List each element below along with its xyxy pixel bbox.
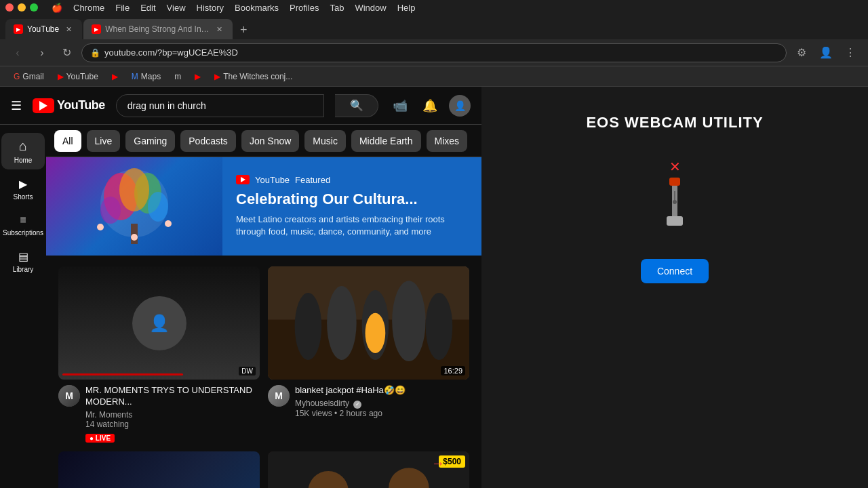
minimize-button[interactable]	[18, 3, 26, 12]
svg-rect-27	[669, 178, 680, 186]
bookmark-maps-label: Maps	[141, 72, 161, 81]
youtube-area: ☰ YouTube drag nun in church 🔍 📹 🔔 👤	[0, 87, 481, 488]
tab-youtube-close[interactable]: ✕	[63, 24, 74, 35]
eos-usb-container: ✕	[654, 159, 695, 232]
tab-menu[interactable]: Tab	[330, 3, 344, 13]
video-camera-icon[interactable]: 📹	[389, 95, 411, 117]
youtube-logo-icon	[33, 98, 54, 113]
chrome-menu[interactable]: Chrome	[73, 3, 104, 13]
youtube-sidebar: ⌂ Home ▶ Shorts ≡ Subscriptions ▤ Librar…	[0, 125, 46, 488]
arrow-icon: →	[431, 455, 445, 471]
svg-point-7	[97, 224, 104, 230]
profile-button[interactable]: 👤	[816, 43, 835, 62]
sidebar-home-label: Home	[14, 157, 33, 164]
bookmark-yt2[interactable]: ▶	[106, 70, 123, 83]
macos-menu-bar: 🍎 Chrome File Edit View History Bookmark…	[52, 3, 415, 13]
filter-live[interactable]: Live	[87, 130, 121, 152]
bookmark-maps[interactable]: M Maps	[126, 70, 166, 83]
yt-mini-logo	[236, 175, 250, 184]
video-thumb-2: 16:29	[268, 266, 469, 380]
thumb-3-image: ANDREWTATE INTERVIEW WITH... 🦁	[58, 451, 260, 488]
browser-content: ☰ YouTube drag nun in church 🔍 📹 🔔 👤	[0, 87, 868, 488]
svg-point-15	[392, 281, 426, 361]
video-card-3[interactable]: ANDREWTATE INTERVIEW WITH... 🦁 Keep hove…	[54, 451, 264, 488]
filter-mixes[interactable]: Mixes	[427, 130, 468, 152]
tab-second-label: When Being Strong And Indep...	[105, 24, 210, 34]
maps-favicon: M	[132, 72, 138, 81]
sidebar-item-library[interactable]: ▤ Library	[1, 245, 45, 279]
forward-button[interactable]: ›	[33, 43, 52, 62]
back-button[interactable]: ‹	[8, 43, 27, 62]
tab-second-close[interactable]: ✕	[214, 24, 224, 35]
video-thumb-3: ANDREWTATE INTERVIEW WITH... 🦁 Keep hove…	[58, 451, 260, 488]
apple-menu[interactable]: 🍎	[52, 3, 62, 13]
bookmark-yt3[interactable]: ▶	[189, 70, 206, 83]
featured-title: Celebrating Our Cultura...	[236, 190, 468, 208]
refresh-button[interactable]: ↻	[57, 43, 76, 62]
video-info-2: M blanket jackpot #HaHa🤣😄 Myhouseisdirty…	[268, 385, 469, 418]
window-controls[interactable]	[5, 3, 38, 12]
svg-point-8	[165, 220, 172, 227]
channel-avatar-2[interactable]: M	[268, 385, 290, 407]
filter-middle-earth[interactable]: Middle Earth	[351, 130, 421, 152]
profiles-menu[interactable]: Profiles	[290, 3, 319, 13]
close-button[interactable]	[5, 3, 14, 12]
featured-thumb-image	[46, 157, 222, 256]
bookmark-m[interactable]: m	[169, 70, 186, 83]
tab-youtube[interactable]: ▶ YouTube ✕	[5, 19, 82, 39]
youtube-main: All Live Gaming Podcasts Jon Snow Music …	[46, 125, 481, 488]
user-avatar[interactable]: 👤	[449, 95, 471, 117]
video-card-1[interactable]: 👤 DW M MR. MOMENTS TRYS TO UNDER	[54, 266, 264, 451]
sidebar-item-home[interactable]: ⌂ Home	[1, 133, 45, 169]
filter-podcasts[interactable]: Podcasts	[180, 130, 236, 152]
bookmark-gmail[interactable]: G Gmail	[8, 70, 50, 83]
view-menu[interactable]: View	[167, 3, 186, 13]
youtube-search-bar[interactable]: drag nun in church	[116, 94, 324, 117]
window-menu[interactable]: Window	[355, 3, 386, 13]
video-meta-2: blanket jackpot #HaHa🤣😄 Myhouseisdirty ✓…	[295, 385, 469, 418]
filter-jon-snow[interactable]: Jon Snow	[241, 130, 299, 152]
more-button[interactable]: ⋮	[841, 43, 860, 62]
sidebar-item-subscriptions[interactable]: ≡ Subscriptions	[1, 209, 45, 242]
youtube-logo[interactable]: YouTube	[33, 98, 105, 113]
sidebar-item-shorts[interactable]: ▶ Shorts	[1, 172, 45, 206]
address-bar[interactable]: 🔒 youtube.com/?bp=wgUCEAE%3D	[81, 43, 787, 62]
bookmarks-menu[interactable]: Bookmarks	[235, 3, 279, 13]
new-tab-button[interactable]: +	[234, 20, 253, 39]
youtube-search-button[interactable]: 🔍	[335, 94, 378, 117]
file-menu[interactable]: File	[115, 3, 130, 13]
svg-point-6	[148, 192, 168, 222]
maximize-button[interactable]	[30, 3, 38, 12]
svg-point-4	[119, 168, 149, 211]
bookmark-witches-label: The Witches conj...	[223, 72, 292, 81]
youtube-body: ⌂ Home ▶ Shorts ≡ Subscriptions ▤ Librar…	[0, 125, 481, 488]
filter-gaming[interactable]: Gaming	[125, 130, 175, 152]
tab-second[interactable]: ▶ When Being Strong And Indep... ✕	[83, 19, 233, 39]
edit-menu[interactable]: Edit	[140, 3, 155, 13]
help-menu[interactable]: Help	[397, 3, 416, 13]
thumb-1-image: 👤	[58, 266, 260, 380]
filter-all[interactable]: All	[54, 130, 81, 152]
svg-rect-29	[667, 216, 683, 226]
channel-avatar-1[interactable]: M	[58, 385, 80, 407]
history-menu[interactable]: History	[197, 3, 224, 13]
extensions-button[interactable]: ⚙	[792, 43, 811, 62]
featured-badge-yt: YouTube	[255, 175, 290, 185]
youtube-badge-icon: YouTube	[236, 175, 290, 185]
video-title-1: MR. MOMENTS TRYS TO UNDERSTAND MODERN...	[85, 385, 260, 408]
filter-music[interactable]: Music	[304, 130, 346, 152]
notification-bell-icon[interactable]: 🔔	[419, 95, 441, 117]
bookmark-witches[interactable]: ▶ The Witches conj...	[209, 70, 298, 83]
video-card-4[interactable]: the internet Saved me We gotta fight $50…	[264, 451, 473, 488]
eos-connect-button[interactable]: Connect	[641, 259, 709, 283]
featured-badge: YouTube Featured	[236, 175, 468, 185]
video-card-2[interactable]: 16:29 M blanket jackpot #HaHa🤣😄 Myhousei…	[264, 266, 473, 451]
featured-tree-illustration	[66, 163, 202, 251]
macos-titlebar: 🍎 Chrome File Edit View History Bookmark…	[0, 0, 868, 15]
featured-banner[interactable]: YouTube Featured Celebrating Our Cultura…	[46, 157, 481, 256]
bookmark-youtube[interactable]: ▶ YouTube	[52, 70, 104, 83]
svg-point-9	[131, 234, 138, 241]
featured-thumbnail	[46, 157, 222, 256]
hamburger-menu-icon[interactable]: ☰	[11, 98, 22, 113]
eos-panel: EOS WEBCAM UTILITY ✕ Connect	[481, 87, 868, 488]
